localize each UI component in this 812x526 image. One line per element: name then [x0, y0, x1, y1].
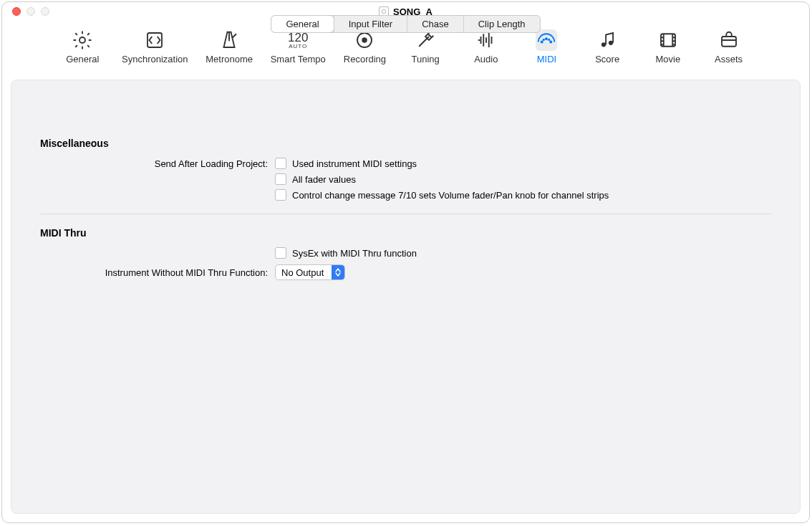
- toolbar-item-assets[interactable]: Assets: [707, 29, 750, 64]
- checkbox-sysex-midi-thru[interactable]: [275, 247, 286, 259]
- toolbar-label: Tuning: [411, 54, 439, 64]
- select-value: No Output: [276, 267, 332, 278]
- label-instrument-without-midi-thru: Instrument Without MIDI Thru Function:: [40, 267, 275, 278]
- toolbar-label: Assets: [715, 54, 743, 64]
- svg-point-0: [79, 37, 85, 43]
- toolbar-item-smart-tempo[interactable]: 120 AUTO Smart Tempo: [271, 29, 326, 64]
- svg-rect-12: [722, 37, 736, 47]
- option-text: Control change message 7/10 sets Volume …: [292, 190, 609, 201]
- tab-label: Clip Length: [478, 19, 526, 29]
- svg-point-3: [362, 37, 368, 43]
- toolbar-item-midi[interactable]: MIDI: [525, 29, 568, 64]
- select-instrument-without-midi-thru[interactable]: No Output: [275, 264, 345, 280]
- tab-label: General: [286, 19, 319, 29]
- option-text: Used instrument MIDI settings: [292, 158, 417, 169]
- svg-point-5: [545, 37, 548, 40]
- option-text: SysEx with MIDI Thru function: [292, 248, 417, 259]
- label-send-after-loading: Send After Loading Project:: [40, 158, 275, 169]
- toolbar-item-recording[interactable]: Recording: [343, 29, 386, 64]
- checkbox-cc7-10-volume-pan[interactable]: [275, 189, 286, 201]
- toolbar-label: Movie: [656, 54, 681, 64]
- section-header-midithru: MIDI Thru: [40, 227, 771, 239]
- svg-point-4: [541, 41, 543, 44]
- svg-point-7: [543, 39, 545, 41]
- svg-point-8: [548, 39, 551, 41]
- toolbar-item-audio[interactable]: Audio: [465, 29, 508, 64]
- toolbar-item-general[interactable]: General: [61, 29, 104, 64]
- toolbar-label: Recording: [344, 54, 386, 64]
- toolbar-label: Score: [595, 54, 619, 64]
- checkbox-all-fader-values[interactable]: [275, 173, 286, 185]
- separator: [40, 214, 771, 214]
- toolbar-label: Audio: [474, 54, 498, 64]
- tab-label: Input Filter: [349, 19, 392, 29]
- toolbar-item-tuning[interactable]: Tuning: [404, 29, 447, 64]
- tab-clip-length[interactable]: Clip Length: [463, 16, 540, 32]
- tempo-mode: AUTO: [289, 44, 307, 49]
- toolbar-item-synchronization[interactable]: Synchronization: [122, 29, 188, 64]
- toolbar-label: Synchronization: [122, 54, 188, 64]
- midi-tabs: General Input Filter Chase Clip Length: [271, 15, 540, 33]
- svg-point-6: [550, 41, 553, 44]
- option-text: All fader values: [292, 174, 356, 185]
- tab-label: Chase: [422, 19, 449, 29]
- tab-chase[interactable]: Chase: [407, 16, 463, 32]
- toolbar-label: Metronome: [206, 54, 253, 64]
- select-stepper-icon: [332, 264, 344, 280]
- toolbar-label: MIDI: [537, 54, 556, 64]
- toolbar-item-score[interactable]: Score: [586, 29, 629, 64]
- tab-general[interactable]: General: [271, 16, 333, 32]
- toolbar-label: General: [66, 54, 99, 64]
- toolbar-item-movie[interactable]: Movie: [647, 29, 690, 64]
- toolbar-label: Smart Tempo: [271, 54, 326, 64]
- settings-panel: Miscellaneous Send After Loading Project…: [11, 80, 801, 514]
- section-header-misc: Miscellaneous: [40, 138, 771, 149]
- toolbar-item-metronome[interactable]: Metronome: [206, 29, 253, 64]
- checkbox-used-instrument-midi[interactable]: [275, 158, 286, 169]
- tempo-value: 120: [288, 32, 308, 44]
- tab-input-filter[interactable]: Input Filter: [334, 16, 407, 32]
